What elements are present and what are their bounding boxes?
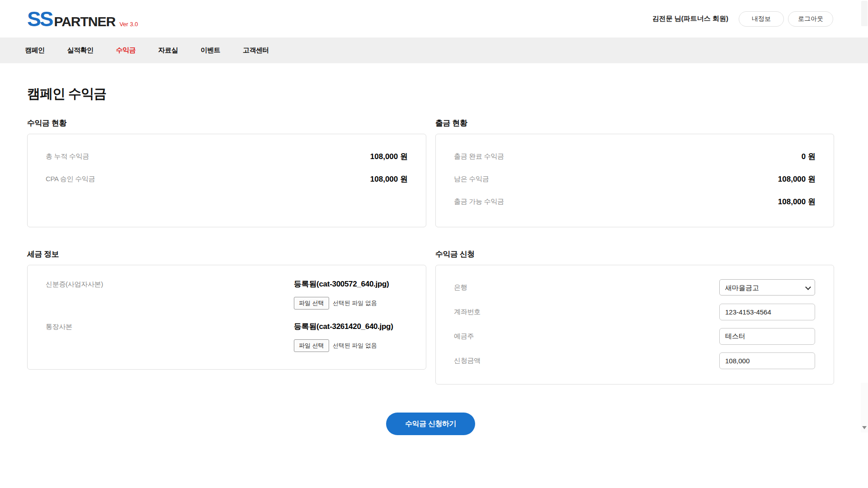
tax-info-section: 세금 정보 신분증(사업자사본) 등록됨(cat-300572_640.jpg)… (27, 227, 426, 370)
id-copy-status: 등록됨(cat-300572_640.jpg) (294, 279, 408, 289)
nav-item-support[interactable]: 고객센터 (243, 46, 269, 55)
bankbook-copy-status: 등록됨(cat-3261420_640.jpg) (294, 321, 408, 332)
form-row: 은행 새마을금고 (454, 275, 815, 300)
id-copy-file-select-button[interactable]: 파일 선택 (294, 297, 329, 310)
withdrawn-complete-value: 0 원 (802, 151, 816, 162)
main-nav: 캠페인 실적확인 수익금 자료실 이벤트 고객센터 (0, 38, 868, 63)
id-copy-file-input: 파일 선택 선택된 파일 없음 (294, 297, 408, 310)
account-holder-label: 예금주 (454, 332, 474, 341)
tax-info-heading: 세금 정보 (27, 249, 426, 259)
nav-item-campaign[interactable]: 캠페인 (25, 46, 45, 55)
bank-label: 은행 (454, 283, 467, 292)
my-info-button[interactable]: 내정보 (739, 11, 784, 27)
nav-item-resources[interactable]: 자료실 (158, 46, 178, 55)
withdrawable-revenue-value: 108,000 원 (778, 197, 816, 207)
bankbook-copy-file-empty-text: 선택된 파일 없음 (333, 342, 377, 350)
logo-ss-icon: SS (27, 9, 52, 29)
account-number-label: 계좌번호 (454, 308, 481, 316)
bank-select-wrap: 새마을금고 (719, 279, 815, 296)
logo-version: Ver 3.0 (119, 21, 138, 28)
amount-label: 신청금액 (454, 357, 481, 365)
total-accumulated-value: 108,000 원 (370, 151, 408, 162)
logout-button[interactable]: 로그아웃 (788, 11, 833, 27)
bankbook-copy-file-input: 파일 선택 선택된 파일 없음 (294, 339, 408, 352)
bank-select[interactable]: 새마을금고 (719, 279, 815, 296)
bankbook-copy-file-select-button[interactable]: 파일 선택 (294, 339, 329, 352)
revenue-status-heading: 수익금 현황 (27, 118, 426, 128)
stat-row: CPA 승인 수익금 108,000 원 (46, 168, 408, 190)
scrollbar-track-bottom (861, 383, 868, 432)
id-copy-value-col: 등록됨(cat-300572_640.jpg) 파일 선택 선택된 파일 없음 (294, 279, 408, 310)
stat-row: 출금 완료 수익금 0 원 (454, 145, 816, 168)
stat-row: 총 누적 수익금 108,000 원 (46, 145, 408, 168)
header-right: 김전문 님(파트너스 회원) 내정보 로그아웃 (652, 11, 833, 27)
tax-row: 통장사본 등록됨(cat-3261420_640.jpg) 파일 선택 선택된 … (46, 321, 408, 352)
page-title: 캠페인 수익금 (27, 85, 834, 103)
remaining-revenue-value: 108,000 원 (778, 174, 816, 184)
submit-wrap: 수익금 신청하기 (27, 413, 834, 435)
id-copy-label: 신분증(사업자사본) (46, 279, 294, 289)
amount-input[interactable] (719, 352, 815, 369)
form-row: 예금주 (454, 324, 815, 348)
stat-row: 출금 가능 수익금 108,000 원 (454, 190, 816, 213)
cpa-approved-label: CPA 승인 수익금 (46, 175, 95, 183)
revenue-status-card: 총 누적 수익금 108,000 원 CPA 승인 수익금 108,000 원 (27, 134, 426, 227)
revenue-request-card: 은행 새마을금고 계좌번호 예금주 신 (435, 265, 834, 385)
withdrawn-complete-label: 출금 완료 수익금 (454, 152, 504, 161)
vertical-scrollbar[interactable] (861, 0, 868, 432)
account-holder-input[interactable] (719, 328, 815, 345)
cpa-approved-value: 108,000 원 (370, 174, 408, 184)
total-accumulated-label: 총 누적 수익금 (46, 152, 89, 161)
logo[interactable]: SS PARTNER Ver 3.0 (27, 9, 138, 29)
main-content: 캠페인 수익금 수익금 현황 총 누적 수익금 108,000 원 CPA 승인… (0, 85, 868, 435)
scrollbar-thumb[interactable] (861, 1, 868, 26)
form-row: 신청금액 (454, 348, 815, 373)
user-label: 김전문 님(파트너스 회원) (652, 14, 728, 23)
id-copy-file-empty-text: 선택된 파일 없음 (333, 299, 377, 307)
tax-row: 신분증(사업자사본) 등록됨(cat-300572_640.jpg) 파일 선택… (46, 279, 408, 310)
nav-item-revenue[interactable]: 수익금 (116, 46, 136, 55)
tax-info-card: 신분증(사업자사본) 등록됨(cat-300572_640.jpg) 파일 선택… (27, 265, 426, 370)
withdrawal-status-card: 출금 완료 수익금 0 원 남은 수익금 108,000 원 출금 가능 수익금… (435, 134, 834, 227)
bankbook-copy-label: 통장사본 (46, 321, 294, 331)
withdrawable-revenue-label: 출금 가능 수익금 (454, 197, 504, 206)
withdrawal-status-heading: 출금 현황 (435, 118, 834, 128)
revenue-request-submit-button[interactable]: 수익금 신청하기 (386, 413, 475, 435)
revenue-status-section: 수익금 현황 총 누적 수익금 108,000 원 CPA 승인 수익금 108… (27, 103, 426, 227)
bankbook-copy-value-col: 등록됨(cat-3261420_640.jpg) 파일 선택 선택된 파일 없음 (294, 321, 408, 352)
revenue-request-section: 수익금 신청 은행 새마을금고 계좌번호 예금주 (435, 227, 834, 385)
withdrawal-status-section: 출금 현황 출금 완료 수익금 0 원 남은 수익금 108,000 원 출금 … (435, 103, 834, 227)
revenue-request-heading: 수익금 신청 (435, 249, 834, 259)
stat-row: 남은 수익금 108,000 원 (454, 168, 816, 190)
logo-partner-text: PARTNER (54, 15, 115, 28)
nav-item-events[interactable]: 이벤트 (201, 46, 221, 55)
nav-item-performance[interactable]: 실적확인 (67, 46, 94, 55)
scrollbar-down-arrow-icon[interactable] (862, 426, 867, 429)
form-row: 계좌번호 (454, 300, 815, 324)
remaining-revenue-label: 남은 수익금 (454, 175, 489, 183)
header: SS PARTNER Ver 3.0 김전문 님(파트너스 회원) 내정보 로그… (0, 0, 868, 38)
account-number-input[interactable] (719, 304, 815, 320)
